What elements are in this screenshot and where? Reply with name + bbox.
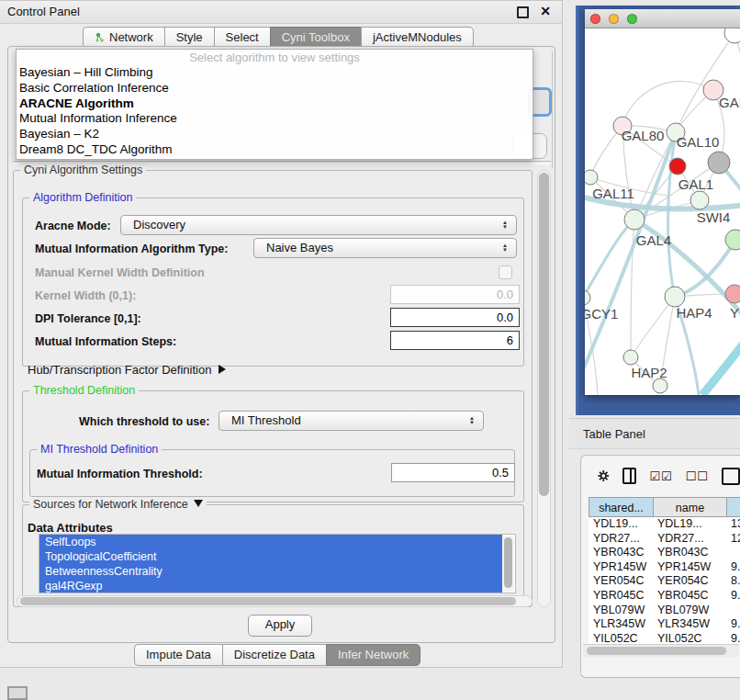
settings-horizontal-scrollbar[interactable] [17,595,533,607]
tab-style-label: Style [176,30,203,44]
table-cell: YBR045C [589,589,653,604]
data-attributes-label: Data Attributes [28,521,113,535]
control-panel-title: Control Panel [7,5,80,18]
attribute-selfloops[interactable]: SelfLoops [39,535,502,549]
table-cell: YBR045C [653,589,726,604]
node-table: shared...nameA YDL19...YDL19...13YDR27..… [589,497,740,646]
float-window-icon[interactable] [517,6,529,18]
tab-infer-network[interactable]: Infer Network [326,644,420,666]
expanded-arrow-icon[interactable] [194,500,203,507]
algorithm-option-bayesian-k2[interactable]: Bayesian – K2 [17,127,533,142]
zoom-traffic-light[interactable] [627,14,637,24]
tab-jactivemnodules-label: jActiveMNodules [373,30,462,44]
algorithm-option-aracne-algorithm[interactable]: ARACNE Algorithm [17,96,533,112]
network-node-gcy1[interactable] [585,290,590,305]
minimized-panel-icon[interactable] [7,686,28,700]
algorithm-option-bayesian-hill-climbing[interactable]: Bayesian – Hill Climbing [17,65,533,81]
table-row[interactable]: YER054CYER054C8. [589,574,740,589]
column-header-a[interactable]: A [726,497,740,517]
close-icon[interactable]: ✕ [540,4,551,18]
data-attributes-list[interactable]: SelfLoopsTopologicalCoefficientBetweenne… [39,534,516,593]
network-node-y[interactable] [725,285,740,303]
node-label-gcy1: GCY1 [585,306,618,322]
deselect-all-checkboxes-icon[interactable]: ☐☐ [686,469,709,483]
network-node[interactable] [669,158,686,175]
table-panel-title: Table Panel [583,427,645,441]
mi-steps-input[interactable]: 6 [390,331,520,350]
table-cell: YER054C [589,574,653,589]
table-row[interactable]: YDL19...YDL19...13 [589,517,740,532]
gear-icon[interactable] [598,468,610,484]
dpi-tolerance-input[interactable]: 0.0 [390,308,520,327]
network-node-swi4[interactable] [725,230,740,250]
combo-spinner-icon: ▲▼ [469,412,475,430]
table-cell: YBR043C [589,546,653,560]
kernel-width-input[interactable]: 0.0 [390,285,520,304]
network-edge-thick[interactable] [675,240,735,297]
algorithm-option-basic-correlation-inference[interactable]: Basic Correlation Inference [17,81,533,96]
tab-impute-data[interactable]: Impute Data [134,644,222,666]
mi-threshold-input[interactable]: 0.5 [391,463,515,482]
network-node[interactable] [708,152,730,174]
table-function-icon[interactable] [722,468,740,485]
node-label-y: Y [730,305,739,321]
table-cell: YBL079W [589,604,653,618]
network-edge-thick[interactable] [702,341,740,395]
which-threshold-label: Which threshold to use: [79,415,209,428]
tab-select-label: Select [226,30,259,44]
aracne-mode-combobox[interactable]: Discovery ▲▼ [120,215,517,235]
network-node-gal1[interactable] [690,191,709,209]
dropdown-placeholder: Select algorithm to view settings [17,50,533,65]
table-row[interactable]: YLR345WYLR345W9. [589,617,740,632]
attribute-gal4rgexp[interactable]: gal4RGexp [39,579,502,593]
manual-kernel-width-checkbox[interactable] [499,265,512,279]
algorithm-option-mutual-information-inference[interactable]: Mutual Information Inference [17,111,533,127]
column-header-shared[interactable]: shared... [589,497,653,517]
network-node-gal11[interactable] [585,170,598,185]
network-canvas[interactable]: GALGAL80GAL10GAL1GAL11SWI4GAL4GCY1HAP4YH… [585,28,740,395]
table-cell: 8. [726,574,740,589]
node-label-gal: GAL [719,95,740,110]
table-row[interactable]: YDR27...YDR27...12 [589,532,740,547]
network-edge-thick[interactable] [668,132,676,297]
table-row[interactable]: YBR043CYBR043C [589,546,740,560]
aracne-mode-value: Discovery [133,218,185,231]
table-body: YDL19...YDL19...13YDR27...YDR27...12YBR0… [589,517,740,646]
network-node-gal4[interactable] [624,209,645,230]
hub-definition-expander[interactable]: Hub/Transcription Factor Definition [28,363,226,377]
algorithm-option-dream8-dc-tdc-algorithm[interactable]: Dream8 DC_TDC Algorithm [17,142,533,158]
select-all-checkboxes-icon[interactable]: ☑☑ [649,469,672,483]
table-row[interactable]: YBR045CYBR045C9. [589,589,740,604]
column-header-name[interactable]: name [653,497,726,517]
which-threshold-combobox[interactable]: MI Threshold ▲▼ [219,411,484,431]
close-traffic-light[interactable] [590,14,600,24]
network-node-hap2[interactable] [623,350,638,365]
apply-button[interactable]: Apply [248,615,312,637]
minimize-traffic-light[interactable] [609,14,619,24]
list-scrollbar[interactable] [502,536,514,592]
attribute-topologicalcoefficient[interactable]: TopologicalCoefficient [39,549,502,564]
network-node-hap4[interactable] [665,287,685,307]
table-cell: 9. [726,560,740,575]
table-row[interactable]: YPR145WYPR145W9. [589,560,740,575]
tab-discretize-data[interactable]: Discretize Data [222,644,326,666]
table-cell: YER054C [653,574,726,589]
network-edge[interactable] [631,297,675,357]
node-label-gal11: GAL11 [592,186,634,201]
column-visibility-icon[interactable] [622,468,637,484]
kernel-width-label: Kernel Width (0,1): [35,289,136,302]
network-node[interactable] [653,378,667,393]
table-cell: YLR345W [589,617,653,632]
screen: Control Panel ✕ NetworkStyleSelectCyni T… [0,0,740,700]
mi-algorithm-type-combobox[interactable]: Naive Bayes ▲▼ [253,238,517,258]
network-edge[interactable] [676,33,734,132]
algorithm-definition-title: Algorithm Definition [29,191,136,204]
network-node[interactable] [724,28,740,43]
attribute-betweennesscentrality[interactable]: BetweennessCentrality [39,564,502,579]
algorithm-list: Bayesian – Hill ClimbingBasic Correlatio… [17,65,533,158]
table-horizontal-scrollbar[interactable] [583,644,739,657]
dpi-tolerance-label: DPI Tolerance [0,1]: [35,312,141,325]
table-cell [726,546,740,560]
table-row[interactable]: YBL079WYBL079W [589,604,740,618]
settings-vertical-scrollbar[interactable] [537,170,551,607]
